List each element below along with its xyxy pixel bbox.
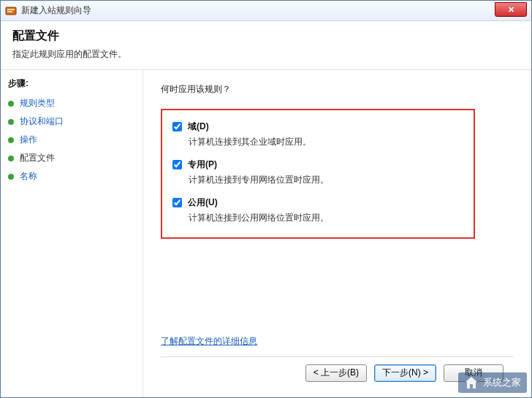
option-domain-desc: 计算机连接到其企业域时应用。 <box>189 136 463 148</box>
option-public-desc: 计算机连接到公用网络位置时应用。 <box>189 212 463 224</box>
step-rule-type[interactable]: 规则类型 <box>8 97 135 110</box>
back-button[interactable]: < 上一步(B) <box>305 364 367 382</box>
step-label: 配置文件 <box>20 152 55 164</box>
option-private-label: 专用(P) <box>188 158 217 171</box>
option-private-row[interactable]: 专用(P) <box>172 158 463 171</box>
cancel-button[interactable]: 取消 <box>444 364 503 382</box>
step-label: 协议和端口 <box>20 115 64 128</box>
steps-heading: 步骤: <box>8 77 135 90</box>
close-button[interactable]: ✕ <box>495 2 527 17</box>
step-protocol-port[interactable]: 协议和端口 <box>8 115 135 128</box>
option-private: 专用(P) 计算机连接到专用网络位置时应用。 <box>172 158 463 186</box>
close-icon: ✕ <box>508 5 514 15</box>
bullet-icon <box>8 119 14 125</box>
option-domain-row[interactable]: 域(D) <box>172 120 463 133</box>
option-public: 公用(U) 计算机连接到公用网络位置时应用。 <box>172 196 463 224</box>
next-button[interactable]: 下一步(N) > <box>374 364 436 382</box>
bullet-icon <box>8 174 14 180</box>
app-icon <box>5 5 17 17</box>
checkbox-private[interactable] <box>172 160 182 169</box>
step-label: 名称 <box>20 170 37 183</box>
prompt-text: 何时应用该规则？ <box>161 83 514 96</box>
steps-sidebar: 步骤: 规则类型 协议和端口 操作 配置文件 名称 <box>1 70 143 397</box>
option-domain: 域(D) 计算机连接到其企业域时应用。 <box>172 120 463 148</box>
bullet-icon <box>8 137 14 143</box>
svg-rect-1 <box>7 9 15 10</box>
option-domain-label: 域(D) <box>188 120 209 133</box>
step-profile[interactable]: 配置文件 <box>8 152 135 164</box>
option-public-label: 公用(U) <box>188 196 218 209</box>
bullet-icon <box>8 156 14 161</box>
titlebar: 新建入站规则向导 ✕ <box>1 1 531 21</box>
svg-rect-2 <box>7 11 12 12</box>
checkbox-domain[interactable] <box>172 122 182 131</box>
bullet-icon <box>8 101 14 107</box>
wizard-window: 新建入站规则向导 ✕ 配置文件 指定此规则应用的配置文件。 步骤: 规则类型 协… <box>0 0 532 398</box>
page-subtitle: 指定此规则应用的配置文件。 <box>12 48 520 61</box>
checkbox-public[interactable] <box>172 198 182 207</box>
step-action[interactable]: 操作 <box>8 134 135 146</box>
step-label: 操作 <box>20 134 37 146</box>
window-title: 新建入站规则向导 <box>21 4 527 17</box>
wizard-body: 步骤: 规则类型 协议和端口 操作 配置文件 名称 何时 <box>1 70 531 397</box>
option-private-desc: 计算机连接到专用网络位置时应用。 <box>189 174 463 186</box>
footer-buttons: < 上一步(B) 下一步(N) > 取消 <box>161 356 514 389</box>
step-name[interactable]: 名称 <box>8 170 135 183</box>
option-public-row[interactable]: 公用(U) <box>172 196 463 209</box>
main-panel: 何时应用该规则？ 域(D) 计算机连接到其企业域时应用。 专用(P) 计算机连接… <box>143 70 531 397</box>
more-info-link[interactable]: 了解配置文件的详细信息 <box>161 335 514 348</box>
page-title: 配置文件 <box>12 28 520 44</box>
wizard-header: 配置文件 指定此规则应用的配置文件。 <box>1 21 531 70</box>
highlight-box: 域(D) 计算机连接到其企业域时应用。 专用(P) 计算机连接到专用网络位置时应… <box>161 109 475 239</box>
step-label: 规则类型 <box>20 97 55 110</box>
